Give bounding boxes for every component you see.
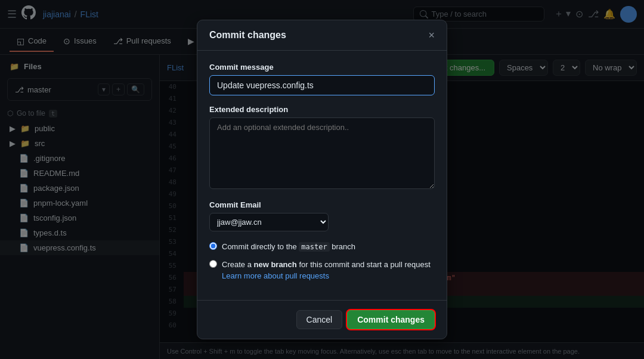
- commit-message-group: Commit message: [209, 63, 435, 95]
- modal-overlay: Commit changes × Commit message Extended…: [0, 0, 644, 359]
- radio-direct-label: Commit directly to the master branch: [222, 241, 355, 253]
- modal-close-button[interactable]: ×: [428, 30, 435, 41]
- modal-title: Commit changes: [209, 30, 286, 41]
- new-branch-text: new branch: [254, 260, 297, 269]
- modal-body: Commit message Extended description Comm…: [197, 51, 447, 300]
- learn-more-link[interactable]: Learn more about pull requests: [222, 271, 329, 280]
- master-branch-code: master: [299, 242, 329, 252]
- commit-message-label: Commit message: [209, 63, 435, 72]
- extended-desc-textarea[interactable]: [209, 117, 435, 189]
- commit-type-group: Commit directly to the master branch Cre…: [209, 241, 435, 282]
- modal-footer: Cancel Commit changes: [197, 300, 447, 339]
- commit-email-select[interactable]: jjaw@jjaw.cn: [209, 213, 329, 231]
- extended-desc-label: Extended description: [209, 105, 435, 114]
- extended-desc-group: Extended description: [209, 105, 435, 191]
- radio-pr-input[interactable]: [209, 260, 217, 268]
- modal-cancel-button[interactable]: Cancel: [296, 310, 343, 329]
- commit-email-group: Commit Email jjaw@jjaw.cn: [209, 200, 435, 231]
- radio-pr-label: Create a new branch for this commit and …: [222, 259, 435, 282]
- radio-direct: Commit directly to the master branch: [209, 241, 435, 253]
- commit-email-label: Commit Email: [209, 200, 435, 209]
- commit-changes-modal: Commit changes × Commit message Extended…: [197, 20, 447, 339]
- radio-direct-input[interactable]: [209, 242, 217, 250]
- modal-header: Commit changes ×: [197, 20, 447, 51]
- commit-message-input[interactable]: [209, 75, 435, 95]
- modal-commit-button[interactable]: Commit changes: [347, 310, 435, 329]
- radio-pr: Create a new branch for this commit and …: [209, 259, 435, 282]
